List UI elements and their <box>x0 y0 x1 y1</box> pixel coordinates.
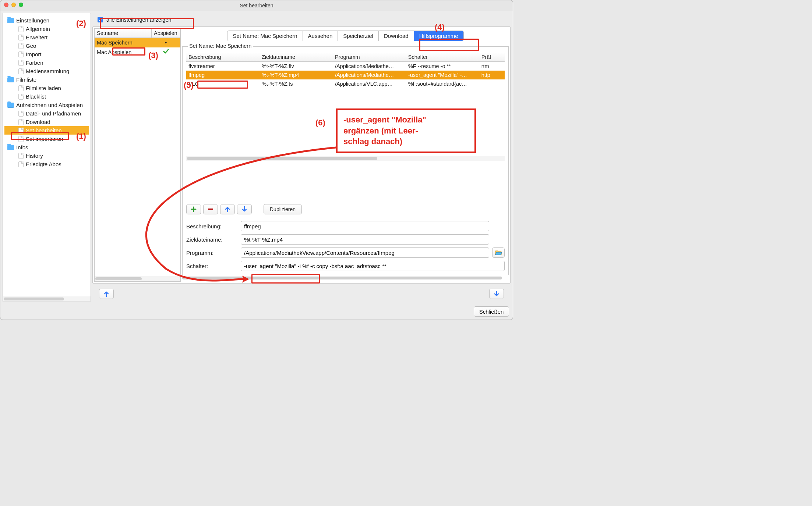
progs-header[interactable]: Zieldateiname <box>260 53 333 62</box>
tab[interactable]: Speicherziel <box>338 31 379 41</box>
progs-cell: %t-%T-%Z.mp4 <box>260 71 333 79</box>
duplicate-button[interactable]: Duplizieren <box>264 204 302 214</box>
sidebar-item[interactable]: Farben <box>4 58 89 67</box>
programs-scrollbar[interactable] <box>186 156 505 161</box>
progs-header[interactable]: Schalter <box>406 53 479 62</box>
sidebar-item[interactable]: Datei- und Pfadnamen <box>4 109 89 118</box>
label-programm: Programm: <box>186 250 238 256</box>
sidebar-group[interactable]: Infos <box>4 143 89 152</box>
progs-cell: ffmpeg <box>186 71 260 79</box>
file-icon <box>18 111 24 117</box>
plus-icon <box>191 206 197 212</box>
sidebar-scrollbar[interactable] <box>3 296 91 302</box>
sets-header-play[interactable]: Abspielen <box>152 29 180 38</box>
sidebar-item-label: Datei- und Pfadnamen <box>26 110 81 117</box>
close-button[interactable]: Schließen <box>474 306 509 317</box>
sidebar-item[interactable]: Set importieren <box>4 135 89 143</box>
details-panel: Set Name: Mac SpeichernAussehenSpeicherz… <box>182 28 509 282</box>
sets-cell-name: Mac Abspielen <box>95 47 152 57</box>
tab[interactable]: Set Name: Mac Speichern <box>227 31 303 41</box>
file-icon <box>18 35 24 40</box>
move-down-button[interactable] <box>237 204 252 214</box>
arrow-down-icon <box>494 291 499 297</box>
window-close-icon[interactable] <box>4 3 8 7</box>
input-zieldateiname[interactable] <box>241 234 489 245</box>
sidebar-group[interactable]: Filmliste <box>4 75 89 84</box>
progs-cell: %t-%T-%Z.ts <box>260 79 333 88</box>
file-icon <box>18 51 24 57</box>
input-programm[interactable] <box>241 247 489 258</box>
file-icon <box>18 119 24 125</box>
progs-cell: %F --resume -o ** <box>406 62 479 71</box>
sets-row[interactable]: Mac Speichern• <box>95 38 180 48</box>
move-up-button[interactable] <box>220 204 235 214</box>
progs-row[interactable]: flvstreamer%t-%T-%Z.flv/Applications/Med… <box>186 62 505 71</box>
progs-cell: /Applications/Mediathe… <box>333 62 406 71</box>
folder-icon <box>7 18 14 23</box>
add-button[interactable] <box>186 204 201 214</box>
progs-row[interactable]: VLC%t-%T-%Z.ts/Applications/VLC.app…%f :… <box>186 79 505 88</box>
progs-header[interactable]: Beschreibung <box>186 53 260 62</box>
file-icon <box>18 153 24 159</box>
details-scrollbar[interactable] <box>182 277 509 282</box>
sidebar-item-label: Erledigte Abos <box>26 161 61 167</box>
sidebar-item[interactable]: Filmliste laden <box>4 84 89 92</box>
tab[interactable]: Hilfsprogramme <box>414 31 463 41</box>
sidebar-item[interactable]: Geo <box>4 42 89 50</box>
sidebar-item[interactable]: Erledigte Abos <box>4 160 89 168</box>
svg-rect-0 <box>208 209 213 210</box>
progs-cell <box>479 79 505 88</box>
show-all-checkbox[interactable] <box>98 17 103 22</box>
progs-cell: http <box>479 71 505 79</box>
sets-scrollbar[interactable] <box>95 276 180 281</box>
export-button[interactable] <box>99 289 114 299</box>
progs-header[interactable]: Programm <box>333 53 406 62</box>
window-zoom-icon[interactable] <box>19 3 23 7</box>
remove-button[interactable] <box>203 204 218 214</box>
sidebar-item-label: Set bearbeiten <box>26 127 62 133</box>
sidebar-group-label: Einstellungen <box>16 17 49 24</box>
sets-row[interactable]: Mac Abspielen <box>95 47 180 57</box>
window-title: Set bearbeiten <box>240 3 273 8</box>
sidebar-item-label: History <box>26 153 43 159</box>
file-icon <box>18 68 24 74</box>
window-minimize-icon[interactable] <box>11 3 16 7</box>
sidebar-item[interactable]: Erweitert <box>4 33 89 42</box>
sidebar-item[interactable]: Import <box>4 50 89 58</box>
progs-header[interactable]: Präf <box>479 53 505 62</box>
arrow-up-icon <box>104 291 109 297</box>
sidebar-item-label: Filmliste laden <box>26 85 61 91</box>
folder-icon <box>7 103 14 108</box>
progs-cell: -user_agent "Mozilla" -… <box>406 71 479 79</box>
sidebar-group-label: Filmliste <box>16 76 36 83</box>
sets-cell-play: • <box>152 38 180 48</box>
progs-panel-title: Set Name: Mac Speichern <box>188 43 253 49</box>
progs-cell: flvstreamer <box>186 62 260 71</box>
input-schalter[interactable] <box>241 261 505 271</box>
tab[interactable]: Download <box>379 31 414 41</box>
input-beschreibung[interactable] <box>241 221 489 231</box>
file-icon <box>18 136 24 142</box>
progs-row[interactable]: ffmpeg%t-%T-%Z.mp4/Applications/Mediathe… <box>186 71 505 79</box>
sidebar-item[interactable]: Allgemein <box>4 25 89 33</box>
label-schalter: Schalter: <box>186 263 238 269</box>
folder-icon <box>7 145 14 150</box>
tab[interactable]: Aussehen <box>303 31 338 41</box>
sidebar-item[interactable]: History <box>4 152 89 160</box>
import-button[interactable] <box>489 289 504 299</box>
tab-bar: Set Name: Mac SpeichernAussehenSpeicherz… <box>227 31 463 41</box>
sidebar-item[interactable]: Mediensammlung <box>4 67 89 75</box>
programs-table[interactable]: BeschreibungZieldateinameProgrammSchalte… <box>186 53 505 202</box>
browse-button[interactable] <box>492 247 505 258</box>
sidebar-item[interactable]: Set bearbeiten <box>4 126 89 135</box>
file-icon <box>18 85 24 91</box>
sets-header-name[interactable]: Setname <box>95 29 152 38</box>
sets-cell-name: Mac Speichern <box>95 38 152 48</box>
sidebar-group[interactable]: Aufzeichnen und Abspielen <box>4 101 89 109</box>
sets-cell-play <box>152 47 180 57</box>
sidebar-group[interactable]: Einstellungen <box>4 16 89 25</box>
sidebar-item[interactable]: Blacklist <box>4 92 89 101</box>
sidebar-item[interactable]: Download <box>4 118 89 126</box>
arrow-up-icon <box>225 206 230 212</box>
file-icon <box>18 26 24 32</box>
